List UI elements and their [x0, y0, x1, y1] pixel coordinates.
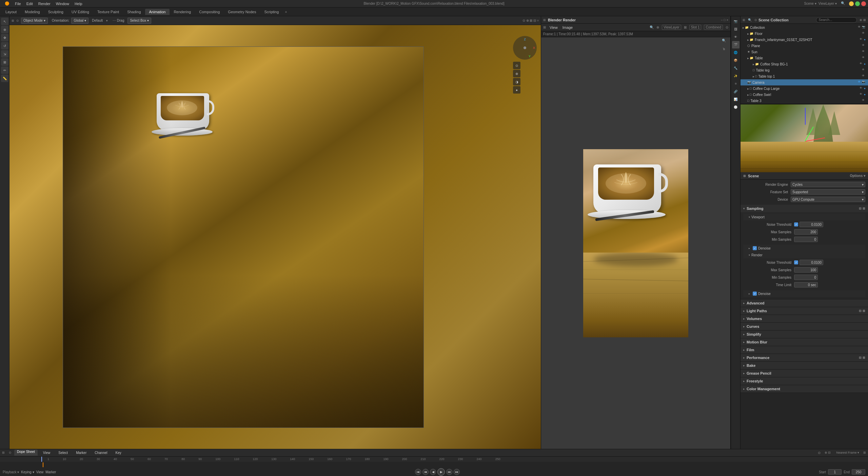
grease-pencil-header[interactable]: ▸ Grease Pencil — [741, 370, 868, 377]
denoise2-subsection-header[interactable]: ▸ ✓ Denoise — [743, 290, 865, 297]
viewport-noise-value[interactable]: 0.0100 — [800, 222, 823, 227]
menu-file[interactable]: File — [12, 1, 24, 6]
prop-tab-output[interactable]: 🖼 — [732, 25, 739, 33]
outliner-item-table3[interactable]: □ Table 3 👁 — [741, 98, 868, 104]
keyframe-marker[interactable] — [43, 462, 43, 467]
play-prev-keyframe[interactable]: ⏮ — [422, 469, 429, 475]
gizmo-shading[interactable]: ● — [513, 86, 520, 94]
outliner-item-floor[interactable]: ▸ 📁 Floor 👁 — [741, 31, 868, 37]
gizmo-perspective[interactable]: ⊙ — [513, 62, 520, 69]
prop-tab-scene[interactable]: 🎬 — [732, 41, 739, 48]
render-engine-dropdown[interactable]: Cycles▾ — [791, 182, 865, 187]
add-workspace-tab[interactable]: + — [283, 10, 289, 14]
tab-rendering[interactable]: Rendering — [170, 9, 195, 15]
timeline-menu-channel[interactable]: Channel — [92, 450, 110, 455]
tab-scripting[interactable]: Scripting — [260, 9, 283, 15]
tab-layout[interactable]: Layout — [1, 9, 21, 15]
timeline-menu-select[interactable]: Select — [56, 450, 71, 455]
outliner-eye-icon[interactable]: 👁 — [858, 25, 862, 29]
tool-measure[interactable]: 📏 — [1, 75, 8, 82]
outliner-item-tableleg[interactable]: □ Table leg 👁 — [741, 67, 868, 73]
outliner-item-franch[interactable]: ▸ 📁 Franch_infantryman_01SET_02SHOT 👁 ✦ — [741, 37, 868, 43]
render-noise-checkbox[interactable]: ✓ — [794, 260, 798, 264]
sampling-header[interactable]: ▾ Sampling ⊟ ⊞ — [741, 205, 868, 212]
close-button[interactable] — [861, 1, 866, 6]
denoise1-checkbox[interactable]: ✓ — [753, 246, 757, 250]
play-pause[interactable]: ▶ — [437, 468, 445, 476]
outliner-item-coffeeswirl[interactable]: ▸ □ Coffee Swirl 👁 ✦ — [741, 92, 868, 98]
gizmo-xray[interactable]: ◑ — [513, 78, 520, 85]
tab-shading[interactable]: Shading — [123, 9, 145, 15]
tool-annotate[interactable]: ✏ — [1, 66, 8, 74]
menu-help[interactable]: Help — [72, 1, 85, 6]
scene-options-button[interactable]: Options ▾ — [850, 174, 865, 178]
prop-tab-view[interactable]: 👁 — [732, 33, 739, 41]
maximize-button[interactable] — [855, 1, 860, 6]
menu-window[interactable]: Window — [53, 1, 72, 6]
minimize-button[interactable] — [849, 1, 854, 6]
light-paths-header[interactable]: ▸ Light Paths ⊟ ⊞ — [741, 307, 868, 315]
render-min-samples-value[interactable]: 0 — [794, 275, 818, 280]
tool-move[interactable]: ✥ — [1, 34, 8, 41]
outliner-item-coffeecup[interactable]: ▸ □ Coffee Cup Large 👁 ✦ — [741, 85, 868, 92]
outliner-item-coffeeshop[interactable]: ▸ 📁 Coffee Shop BG-1 👁 ✦ — [741, 61, 868, 67]
render-menu-image[interactable]: Image — [561, 25, 575, 30]
bake-header[interactable]: ▸ Bake — [741, 362, 868, 369]
tab-sculpting[interactable]: Sculpting — [44, 9, 67, 15]
denoise2-checkbox[interactable]: ✓ — [753, 292, 757, 296]
play-reverse[interactable]: ◀ — [430, 469, 436, 475]
color-management-header[interactable]: ▸ Color Management — [741, 385, 868, 393]
tool-cursor[interactable]: ⊕ — [1, 26, 8, 33]
prop-tab-world[interactable]: 🌐 — [732, 49, 739, 56]
play-last-frame[interactable]: ⏭ — [454, 469, 460, 475]
timeline-menu-view[interactable]: View — [40, 450, 53, 455]
render-zoom-fit[interactable]: 🔍 — [720, 37, 728, 44]
performance-header[interactable]: ▸ Performance ⊟ ⊞ — [741, 354, 868, 361]
film-header[interactable]: ▸ Film — [741, 346, 868, 354]
render-max-samples-value[interactable]: 100 — [794, 267, 818, 273]
tool-scale[interactable]: ⇲ — [1, 50, 8, 58]
outliner-item-plane[interactable]: ⬡ Plane 👁 — [741, 43, 868, 49]
outliner-search[interactable] — [816, 17, 857, 23]
tab-modeling[interactable]: Modeling — [21, 9, 44, 15]
play-next-keyframe[interactable]: ⏭ — [446, 469, 452, 475]
tool-select[interactable]: ↖ — [1, 18, 8, 25]
tool-rotate[interactable]: ↺ — [1, 42, 8, 49]
menu-edit[interactable]: Edit — [24, 1, 36, 6]
render-time-limit-value[interactable]: 0 sec — [794, 282, 818, 287]
advanced-header[interactable]: ▸ Advanced — [741, 299, 868, 307]
viewport-noise-checkbox[interactable]: ✓ — [794, 222, 798, 226]
timeline-menu-key[interactable]: Key — [113, 450, 124, 455]
timeline-track[interactable] — [0, 462, 868, 468]
viewport-subsection-header[interactable]: ▾ Viewport — [743, 214, 865, 220]
prop-tab-data[interactable]: 📊 — [732, 96, 739, 103]
prop-tab-material[interactable]: ⚪ — [732, 103, 739, 111]
frame-start-input[interactable]: 1 — [828, 469, 842, 475]
render-subsection-header[interactable]: ▾ Render — [743, 252, 865, 258]
simplify-header[interactable]: ▸ Simplify — [741, 331, 868, 338]
viewport-min-samples-value[interactable]: 0 — [794, 237, 818, 242]
motion-blur-header[interactable]: ▸ Motion Blur — [741, 338, 868, 346]
tool-transform[interactable]: ⊠ — [1, 58, 8, 66]
prop-tab-object[interactable]: 📦 — [732, 57, 739, 64]
timeline-tab-dopesheet[interactable]: Dope Sheet — [14, 450, 38, 456]
select-dropdown[interactable]: Select Box▾ — [127, 18, 151, 24]
viewport-3d[interactable]: ⊞ ⊙ Object Mode ▾ Orientation: Global▾ D… — [9, 16, 541, 449]
outliner-eye-icon-floor[interactable]: 👁 — [862, 32, 866, 36]
orientation-dropdown[interactable]: Global▾ — [71, 18, 88, 24]
outliner-item-tabletop1[interactable]: ▸ □ Table top 1 👁 — [741, 73, 868, 79]
tab-compositing[interactable]: Compositing — [195, 9, 224, 15]
outliner-item-sun[interactable]: ☀ Sun 👁 — [741, 49, 868, 55]
curves-header[interactable]: ▸ Curves — [741, 323, 868, 330]
timeline-menu-marker[interactable]: Marker — [73, 450, 89, 455]
prop-tab-physics[interactable]: ⚛ — [732, 80, 739, 87]
render-menu-view[interactable]: View — [548, 25, 559, 30]
menu-render[interactable]: Render — [36, 1, 53, 6]
prop-tab-particles[interactable]: ✨ — [732, 72, 739, 80]
menu-blender[interactable]: 🟠 — [2, 1, 12, 6]
outliner-item-camera[interactable]: 📷 Camera 👁 📷 — [741, 79, 868, 85]
outliner-item-table[interactable]: ▸ 📁 Table 👁 — [741, 55, 868, 61]
volumes-header[interactable]: ▸ Volumes — [741, 315, 868, 322]
prop-tab-modifier[interactable]: 🔧 — [732, 64, 739, 72]
tab-geometry-nodes[interactable]: Geometry Nodes — [224, 9, 260, 15]
